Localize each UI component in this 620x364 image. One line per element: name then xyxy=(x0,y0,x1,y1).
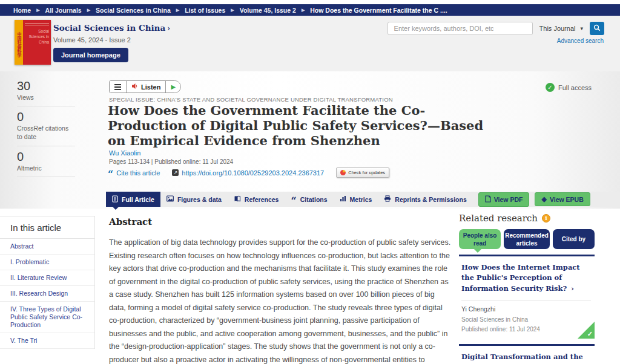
breadcrumb-arrow-icon: ▶ xyxy=(87,8,90,13)
tab-label: Full Article xyxy=(122,196,154,203)
citation-row: “ Cite this article ↗ https://doi.org/10… xyxy=(108,167,389,178)
tab-label: References xyxy=(245,196,279,203)
printer-icon xyxy=(384,195,391,203)
divider xyxy=(17,106,75,106)
tab-figures-data[interactable]: Figures & data xyxy=(160,192,228,207)
special-issue-label: SPECIAL ISSUE: CHINA'S STATE AND SOCIETA… xyxy=(109,96,393,103)
abstract-heading: Abstract xyxy=(109,216,452,227)
journal-cover-image[interactable]: 中国社会科学 Social Sciences in China xyxy=(15,20,51,65)
breadcrumb-arrow-icon: ▶ xyxy=(231,8,234,13)
journal-title-link[interactable]: Social Sciences in China› xyxy=(53,23,170,33)
toc-item-literature-review[interactable]: II. Literature Review xyxy=(0,270,94,286)
full-access-badge: ✓ Full access xyxy=(546,83,592,92)
play-icon: ▶ xyxy=(171,83,176,90)
altmetric-label: Altmetric xyxy=(17,164,75,172)
tab-label: Reprints & Permissions xyxy=(395,196,466,203)
journal-homepage-button[interactable]: Journal homepage xyxy=(53,48,128,62)
tab-recommended-articles[interactable]: Recommended articles xyxy=(504,229,550,249)
tab-citations[interactable]: “ Citations xyxy=(285,192,333,207)
journal-title-text: Social Sciences in China xyxy=(53,23,165,33)
breadcrumb-current: How Does the Government Facilitate the C… xyxy=(310,7,447,14)
cover-spine-text: 中国社会科学 xyxy=(15,20,23,65)
related-article-item: How Does the Internet Impact the Public'… xyxy=(459,256,595,339)
breadcrumb-arrow-icon: ▶ xyxy=(176,8,179,13)
tab-full-article[interactable]: Full Article xyxy=(106,192,160,207)
search-input[interactable] xyxy=(388,22,533,35)
article-title: How Does the Government Facilitate the C… xyxy=(108,103,489,148)
cover-title-text: Social Sciences in China xyxy=(23,20,51,65)
listen-menu-button[interactable] xyxy=(110,81,126,93)
tab-metrics[interactable]: Metrics xyxy=(334,192,378,207)
breadcrumb-journal[interactable]: Social Sciences in China xyxy=(96,7,171,14)
article-metrics: 30 Views 0 CrossRef citations to date 0 … xyxy=(17,79,75,181)
search-scope-value: This Journal xyxy=(539,25,576,32)
check-for-updates-button[interactable]: Check for updates xyxy=(336,167,389,178)
view-epub-label: View EPUB xyxy=(550,196,584,203)
toc-item-problematic[interactable]: I. Problematic xyxy=(0,255,94,270)
view-pdf-label: View PDF xyxy=(494,196,523,203)
chevron-down-icon: ▾ xyxy=(580,25,583,31)
external-link-icon: ↗ xyxy=(172,169,179,176)
listen-player: Listen ▶ xyxy=(109,80,181,93)
crossmark-icon xyxy=(340,170,346,175)
divider xyxy=(17,177,75,177)
related-article-item: Digital Transformation and the Frontier … xyxy=(459,346,595,364)
tab-reprints-permissions[interactable]: Reprints & Permissions xyxy=(378,192,472,207)
listen-button[interactable]: Listen xyxy=(126,81,165,93)
search-scope-select[interactable]: This Journal ▾ xyxy=(537,22,585,35)
abstract-text: The application of big data technology p… xyxy=(109,236,452,364)
related-tabs: People also read Recommended articles Ci… xyxy=(459,229,595,249)
divider xyxy=(17,146,75,146)
breadcrumb-issue[interactable]: Volume 45, Issue 2 xyxy=(240,7,296,14)
tab-label: Citations xyxy=(300,196,328,203)
bar-chart-icon xyxy=(340,195,346,203)
check-circle-icon: ✓ xyxy=(546,83,555,92)
speaker-icon xyxy=(131,82,138,91)
check-icon: ✓ xyxy=(587,330,593,338)
altmetric-count: 0 xyxy=(17,150,75,163)
chevron-right-icon: › xyxy=(167,24,170,33)
listen-play-button[interactable]: ▶ xyxy=(165,81,180,93)
related-research-title: Related research xyxy=(459,213,538,224)
publication-info: Pages 113-134 | Published online: 11 Jul… xyxy=(109,158,233,165)
image-icon xyxy=(167,195,174,203)
journal-info: Social Sciences in China› Volume 45, 202… xyxy=(53,22,170,44)
breadcrumb-arrow-icon: ▶ xyxy=(302,8,305,13)
toc-item-three-types[interactable]: IV. Three Types of Digital Public Safety… xyxy=(0,302,94,333)
abstract-section: Abstract The application of big data tec… xyxy=(109,216,452,364)
views-label: Views xyxy=(17,93,75,102)
related-article-title: Digital Transformation and the Frontier … xyxy=(461,353,583,364)
info-icon[interactable]: i xyxy=(542,214,550,223)
author-link[interactable]: Wu Xiaolin xyxy=(109,149,140,157)
breadcrumb-arrow-icon: ▶ xyxy=(36,8,39,13)
breadcrumb-home[interactable]: Home xyxy=(13,7,31,14)
related-article-journal: Social Sciences in China xyxy=(461,315,591,325)
toc-item-five[interactable]: V. The Tri xyxy=(0,333,94,349)
breadcrumb: Home ▶ All Journals ▶ Social Sciences in… xyxy=(0,4,620,16)
document-icon xyxy=(112,195,118,204)
crossref-count: 0 xyxy=(17,110,75,123)
chevron-right-icon: › xyxy=(571,284,574,293)
listen-label: Listen xyxy=(141,83,160,91)
related-research-header: Related research i xyxy=(459,213,595,224)
in-this-article-sidebar: In this article Abstract I. Problematic … xyxy=(0,216,95,349)
breadcrumb-all-journals[interactable]: All Journals xyxy=(45,7,82,14)
related-article-link[interactable]: How Does the Internet Impact the Public'… xyxy=(461,262,591,294)
view-epub-button[interactable]: ◈ View EPUB xyxy=(535,192,590,206)
search-button[interactable] xyxy=(590,22,604,35)
toc-item-research-design[interactable]: III. Research Design xyxy=(0,286,94,302)
tab-people-also-read[interactable]: People also read xyxy=(459,229,501,249)
tab-cited-by[interactable]: Cited by xyxy=(553,229,595,249)
cite-article-link[interactable]: “ Cite this article xyxy=(108,169,160,177)
advanced-search-link[interactable]: Advanced search xyxy=(557,37,604,44)
hamburger-icon xyxy=(114,84,121,90)
crossref-label: CrossRef citations to date xyxy=(17,124,75,141)
journal-issue: Volume 45, 2024 - Issue 2 xyxy=(53,36,170,44)
toc-item-abstract[interactable]: Abstract xyxy=(0,239,94,255)
view-pdf-button[interactable]: View PDF xyxy=(478,192,530,207)
tab-references[interactable]: References xyxy=(228,192,285,207)
doi-link[interactable]: ↗ https://doi.org/10.1080/02529203.2024.… xyxy=(172,169,324,177)
breadcrumb-list-of-issues[interactable]: List of Issues xyxy=(185,7,225,14)
epub-icon: ◈ xyxy=(541,195,546,203)
related-article-link[interactable]: Digital Transformation and the Frontier … xyxy=(461,352,591,364)
